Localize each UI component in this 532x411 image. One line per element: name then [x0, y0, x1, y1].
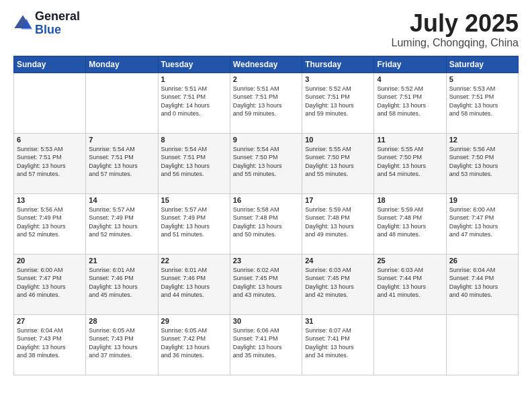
col-wednesday: Wednesday	[230, 56, 302, 73]
calendar-cell: 17Sunrise: 5:59 AM Sunset: 7:48 PM Dayli…	[302, 193, 374, 254]
day-info: Sunrise: 6:05 AM Sunset: 7:43 PM Dayligh…	[89, 326, 154, 360]
calendar-cell: 26Sunrise: 6:04 AM Sunset: 7:44 PM Dayli…	[446, 254, 518, 314]
calendar-cell	[14, 73, 86, 133]
calendar-cell: 19Sunrise: 6:00 AM Sunset: 7:47 PM Dayli…	[446, 193, 518, 254]
day-number: 14	[89, 196, 154, 204]
day-number: 25	[377, 257, 443, 265]
day-number: 23	[233, 257, 299, 265]
logo-icon	[13, 14, 32, 33]
day-info: Sunrise: 6:01 AM Sunset: 7:46 PM Dayligh…	[161, 266, 227, 300]
col-thursday: Thursday	[302, 56, 374, 73]
calendar-cell: 6Sunrise: 5:53 AM Sunset: 7:51 PM Daylig…	[14, 133, 86, 193]
day-number: 18	[377, 196, 443, 204]
day-info: Sunrise: 5:51 AM Sunset: 7:51 PM Dayligh…	[161, 85, 227, 118]
logo-general: General	[35, 10, 80, 24]
day-number: 12	[449, 136, 515, 144]
day-info: Sunrise: 5:55 AM Sunset: 7:50 PM Dayligh…	[377, 145, 443, 179]
calendar-cell: 9Sunrise: 5:54 AM Sunset: 7:50 PM Daylig…	[230, 133, 302, 193]
day-info: Sunrise: 6:00 AM Sunset: 7:47 PM Dayligh…	[449, 205, 515, 239]
day-number: 4	[377, 75, 443, 83]
calendar-cell: 29Sunrise: 6:05 AM Sunset: 7:42 PM Dayli…	[158, 314, 230, 375]
calendar-cell: 1Sunrise: 5:51 AM Sunset: 7:51 PM Daylig…	[158, 73, 230, 133]
day-number: 22	[161, 257, 227, 265]
day-info: Sunrise: 6:01 AM Sunset: 7:46 PM Dayligh…	[89, 266, 154, 300]
calendar-cell: 2Sunrise: 5:51 AM Sunset: 7:51 PM Daylig…	[230, 73, 302, 133]
logo-text: General Blue	[35, 10, 80, 37]
day-info: Sunrise: 5:58 AM Sunset: 7:48 PM Dayligh…	[233, 205, 299, 239]
day-number: 21	[89, 257, 154, 265]
day-number: 28	[89, 317, 154, 325]
day-number: 24	[305, 257, 371, 265]
day-info: Sunrise: 6:02 AM Sunset: 7:45 PM Dayligh…	[233, 266, 299, 300]
calendar-body: 1Sunrise: 5:51 AM Sunset: 7:51 PM Daylig…	[14, 73, 519, 375]
day-number: 9	[233, 136, 299, 144]
month-title: July 2025	[392, 10, 519, 37]
day-info: Sunrise: 5:51 AM Sunset: 7:51 PM Dayligh…	[233, 85, 299, 118]
col-saturday: Saturday	[446, 56, 518, 73]
col-sunday: Sunday	[14, 56, 86, 73]
calendar-cell: 8Sunrise: 5:54 AM Sunset: 7:51 PM Daylig…	[158, 133, 230, 193]
calendar-cell: 11Sunrise: 5:55 AM Sunset: 7:50 PM Dayli…	[374, 133, 446, 193]
day-info: Sunrise: 6:00 AM Sunset: 7:47 PM Dayligh…	[17, 266, 83, 300]
calendar-week-4: 20Sunrise: 6:00 AM Sunset: 7:47 PM Dayli…	[14, 254, 519, 314]
day-number: 5	[449, 75, 515, 83]
calendar-cell: 31Sunrise: 6:07 AM Sunset: 7:41 PM Dayli…	[302, 314, 374, 375]
day-number: 2	[233, 75, 299, 83]
day-number: 29	[161, 317, 227, 325]
calendar-cell	[446, 314, 518, 375]
day-number: 7	[89, 136, 154, 144]
page: General Blue July 2025 Luming, Chongqing…	[0, 0, 532, 411]
day-number: 6	[17, 136, 83, 144]
day-number: 27	[17, 317, 83, 325]
calendar-cell: 10Sunrise: 5:55 AM Sunset: 7:50 PM Dayli…	[302, 133, 374, 193]
day-number: 3	[305, 75, 371, 83]
title-block: July 2025 Luming, Chongqing, China	[392, 10, 519, 49]
day-info: Sunrise: 5:53 AM Sunset: 7:51 PM Dayligh…	[17, 145, 83, 179]
calendar-cell: 5Sunrise: 5:53 AM Sunset: 7:51 PM Daylig…	[446, 73, 518, 133]
day-info: Sunrise: 5:54 AM Sunset: 7:51 PM Dayligh…	[161, 145, 227, 179]
calendar-cell: 13Sunrise: 5:56 AM Sunset: 7:49 PM Dayli…	[14, 193, 86, 254]
calendar-cell: 3Sunrise: 5:52 AM Sunset: 7:51 PM Daylig…	[302, 73, 374, 133]
day-info: Sunrise: 5:56 AM Sunset: 7:50 PM Dayligh…	[449, 145, 515, 179]
calendar-week-3: 13Sunrise: 5:56 AM Sunset: 7:49 PM Dayli…	[14, 193, 519, 254]
col-friday: Friday	[374, 56, 446, 73]
day-number: 8	[161, 136, 227, 144]
day-number: 30	[233, 317, 299, 325]
calendar-cell: 18Sunrise: 5:59 AM Sunset: 7:48 PM Dayli…	[374, 193, 446, 254]
day-number: 1	[161, 75, 227, 83]
day-info: Sunrise: 5:54 AM Sunset: 7:50 PM Dayligh…	[233, 145, 299, 179]
day-info: Sunrise: 6:05 AM Sunset: 7:42 PM Dayligh…	[161, 326, 227, 360]
day-info: Sunrise: 6:06 AM Sunset: 7:41 PM Dayligh…	[233, 326, 299, 360]
calendar-week-1: 1Sunrise: 5:51 AM Sunset: 7:51 PM Daylig…	[14, 73, 519, 133]
day-info: Sunrise: 6:04 AM Sunset: 7:44 PM Dayligh…	[449, 266, 515, 300]
calendar-cell: 30Sunrise: 6:06 AM Sunset: 7:41 PM Dayli…	[230, 314, 302, 375]
calendar-cell: 12Sunrise: 5:56 AM Sunset: 7:50 PM Dayli…	[446, 133, 518, 193]
day-number: 13	[17, 196, 83, 204]
day-info: Sunrise: 6:04 AM Sunset: 7:43 PM Dayligh…	[17, 326, 83, 360]
day-number: 31	[305, 317, 371, 325]
calendar-cell: 16Sunrise: 5:58 AM Sunset: 7:48 PM Dayli…	[230, 193, 302, 254]
calendar-header: Sunday Monday Tuesday Wednesday Thursday…	[14, 56, 519, 73]
calendar-cell: 25Sunrise: 6:03 AM Sunset: 7:44 PM Dayli…	[374, 254, 446, 314]
day-number: 16	[233, 196, 299, 204]
day-info: Sunrise: 5:55 AM Sunset: 7:50 PM Dayligh…	[305, 145, 371, 179]
calendar-cell: 21Sunrise: 6:01 AM Sunset: 7:46 PM Dayli…	[86, 254, 158, 314]
day-number: 26	[449, 257, 515, 265]
calendar-cell: 14Sunrise: 5:57 AM Sunset: 7:49 PM Dayli…	[86, 193, 158, 254]
day-info: Sunrise: 6:07 AM Sunset: 7:41 PM Dayligh…	[305, 326, 371, 360]
calendar-cell	[86, 73, 158, 133]
day-number: 15	[161, 196, 227, 204]
calendar-cell: 23Sunrise: 6:02 AM Sunset: 7:45 PM Dayli…	[230, 254, 302, 314]
day-info: Sunrise: 5:57 AM Sunset: 7:49 PM Dayligh…	[89, 205, 154, 239]
day-info: Sunrise: 5:53 AM Sunset: 7:51 PM Dayligh…	[449, 85, 515, 118]
location: Luming, Chongqing, China	[392, 37, 519, 49]
day-number: 20	[17, 257, 83, 265]
calendar-cell: 27Sunrise: 6:04 AM Sunset: 7:43 PM Dayli…	[14, 314, 86, 375]
calendar-cell: 4Sunrise: 5:52 AM Sunset: 7:51 PM Daylig…	[374, 73, 446, 133]
header: General Blue July 2025 Luming, Chongqing…	[13, 10, 519, 49]
day-info: Sunrise: 5:52 AM Sunset: 7:51 PM Dayligh…	[305, 85, 371, 118]
logo-blue: Blue	[35, 24, 80, 37]
calendar-cell	[374, 314, 446, 375]
calendar-week-2: 6Sunrise: 5:53 AM Sunset: 7:51 PM Daylig…	[14, 133, 519, 193]
calendar-cell: 20Sunrise: 6:00 AM Sunset: 7:47 PM Dayli…	[14, 254, 86, 314]
